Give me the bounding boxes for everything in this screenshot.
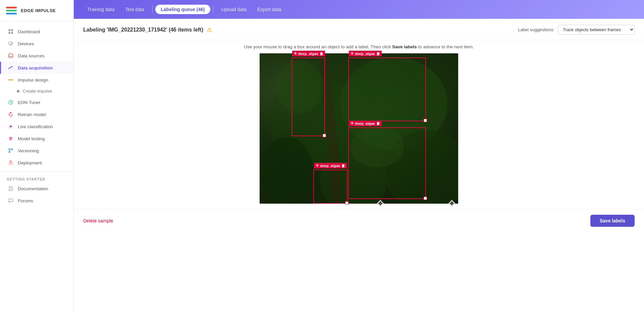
sidebar-item-create-impulse-label: Create impulse [23, 89, 52, 94]
sub-dot-icon [17, 90, 19, 93]
devices-icon [8, 41, 14, 47]
instruction-end: to advance to the next item. [418, 44, 474, 49]
sidebar-item-retrain-model-label: Retrain model [18, 112, 46, 117]
logo: EDGE IMPULSE [0, 0, 73, 21]
svg-rect-8 [11, 43, 13, 44]
forums-icon [8, 198, 14, 204]
documentation-icon [8, 186, 14, 192]
data-sources-icon [8, 53, 14, 59]
sidebar-item-model-testing[interactable]: Model testing [0, 133, 73, 145]
svg-point-37 [260, 137, 313, 204]
topbar-export-data[interactable]: Export data [252, 4, 287, 15]
sidebar-item-deployment[interactable]: Deployment [0, 157, 73, 169]
svg-rect-4 [11, 29, 13, 31]
topbar-test-data[interactable]: Test data [120, 4, 150, 15]
getting-started-label: GETTING STARTED [0, 174, 73, 183]
instruction-bar: Use your mouse to drag a box around an o… [74, 40, 644, 53]
svg-point-39 [276, 60, 323, 114]
svg-point-14 [8, 79, 10, 81]
sidebar-item-create-impulse[interactable]: Create impulse [0, 86, 73, 96]
sidebar-item-documentation[interactable]: Documentation [0, 183, 73, 195]
instruction-text: Use your mouse to drag a box around an o… [244, 44, 391, 49]
logo-icon [5, 5, 17, 17]
sidebar-item-forums[interactable]: Forums [0, 195, 73, 207]
texture-overlay [260, 53, 458, 204]
sidebar-item-devices[interactable]: Devices [0, 38, 73, 50]
svg-rect-3 [8, 29, 10, 31]
topbar: Training data Test data Labeling queue (… [74, 0, 644, 19]
model-testing-icon [8, 136, 14, 142]
sidebar-item-versioning[interactable]: Versioning [0, 145, 73, 157]
svg-point-36 [320, 147, 387, 204]
svg-point-34 [340, 57, 447, 151]
sidebar-item-impulse-design-label: Impulse design [18, 77, 48, 83]
labeling-title-group: Labeling 'IMG_20221230_171942' (46 items… [83, 26, 212, 34]
sidebar-item-live-classification[interactable]: Live classification [0, 120, 73, 133]
dashboard-icon [8, 29, 14, 35]
labeling-footer: Delete sample Save labels [74, 209, 644, 232]
sidebar-item-versioning-label: Versioning [18, 148, 39, 153]
svg-rect-2 [6, 13, 17, 14]
svg-rect-0 [6, 7, 17, 8]
topbar-divider-1 [152, 5, 153, 13]
svg-point-23 [9, 149, 10, 150]
sidebar-item-deployment-label: Deployment [18, 160, 42, 165]
svg-line-12 [10, 66, 11, 68]
canvas-area: ✛ deep_algae 🗑 ✛ deep_algae 🗑 [74, 53, 644, 209]
main-area: Training data Test data Labeling queue (… [74, 0, 644, 312]
sidebar-item-eon-tuner[interactable]: EON Tuner [0, 96, 73, 108]
label-suggestions-text: Label suggestions: [518, 27, 554, 32]
labeling-header: Labeling 'IMG_20221230_171942' (46 items… [74, 19, 644, 40]
sidebar-item-data-acquisition-label: Data acquisition [18, 65, 53, 70]
svg-point-24 [11, 149, 13, 150]
sidebar: EDGE IMPULSE Dashboard Devices Data sour… [0, 0, 74, 312]
sidebar-item-dashboard[interactable]: Dashboard [0, 25, 73, 38]
sidebar-item-model-testing-label: Model testing [18, 136, 45, 141]
svg-point-35 [384, 131, 458, 204]
svg-line-13 [11, 66, 13, 67]
sidebar-item-live-classification-label: Live classification [18, 124, 53, 129]
topbar-divider-2 [213, 5, 213, 13]
save-labels-button[interactable]: Save labels [590, 215, 635, 227]
topbar-training-data[interactable]: Training data [82, 4, 120, 15]
sidebar-item-data-acquisition[interactable]: Data acquisition [0, 62, 73, 74]
svg-point-25 [9, 151, 10, 153]
aerial-image [260, 53, 458, 204]
sidebar-item-dashboard-label: Dashboard [18, 29, 40, 34]
deployment-icon [8, 160, 14, 166]
label-suggestions-select[interactable]: Track objects between frames Use label f… [558, 25, 635, 35]
warning-icon: ⚠ [207, 26, 212, 34]
live-classification-icon [8, 123, 14, 129]
svg-point-16 [12, 79, 13, 81]
topbar-labeling-queue[interactable]: Labeling queue (46) [155, 5, 210, 14]
svg-rect-6 [11, 32, 13, 34]
labeling-title-text: Labeling 'IMG_20221230_171942' (46 items… [83, 27, 203, 33]
versioning-icon [8, 148, 14, 154]
topbar-upload-data[interactable]: Upload data [216, 4, 252, 15]
sidebar-divider [0, 171, 73, 172]
sidebar-item-forums-label: Forums [18, 198, 33, 203]
svg-rect-5 [8, 32, 10, 34]
app-name: EDGE IMPULSE [21, 8, 56, 13]
eon-tuner-icon [8, 99, 14, 105]
label-suggestions-group: Label suggestions: Track objects between… [518, 25, 635, 35]
svg-rect-1 [6, 10, 17, 11]
retrain-model-icon [8, 111, 14, 117]
svg-point-15 [10, 79, 11, 81]
svg-point-38 [350, 127, 404, 167]
sidebar-item-eon-tuner-label: EON Tuner [18, 100, 41, 105]
svg-point-33 [270, 70, 350, 171]
sidebar-item-devices-label: Devices [18, 41, 34, 46]
sidebar-item-data-sources-label: Data sources [18, 53, 45, 58]
sidebar-item-documentation-label: Documentation [18, 186, 48, 191]
sidebar-item-retrain-model[interactable]: Retrain model [0, 108, 73, 120]
delete-sample-button[interactable]: Delete sample [83, 218, 113, 223]
sidebar-item-impulse-design[interactable]: Impulse design [0, 74, 73, 86]
image-container[interactable]: ✛ deep_algae 🗑 ✛ deep_algae 🗑 [260, 53, 458, 204]
content-area: Labeling 'IMG_20221230_171942' (46 items… [74, 19, 644, 312]
impulse-design-icon [8, 77, 14, 83]
data-acquisition-icon [8, 65, 14, 71]
svg-point-20 [10, 125, 12, 127]
sidebar-item-data-sources[interactable]: Data sources [0, 50, 73, 62]
instruction-bold: Save labels [392, 44, 417, 49]
